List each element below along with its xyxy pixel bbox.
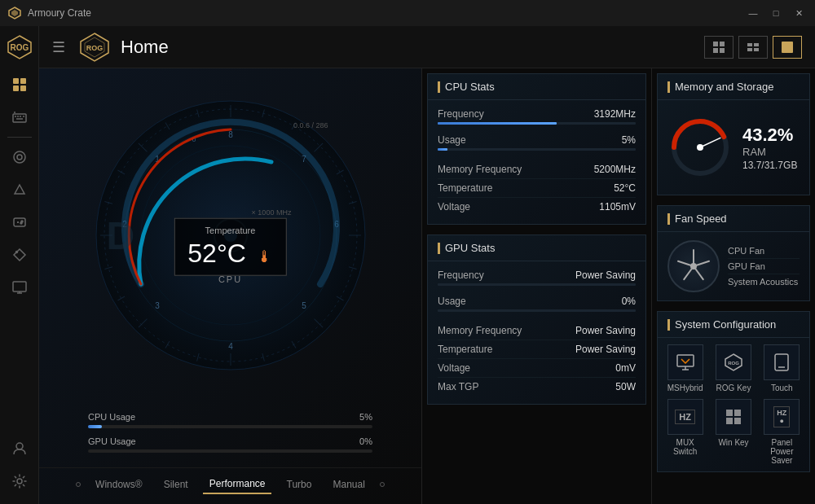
gpu-usage-bar (88, 449, 372, 453)
rog-key-icon: ROG (716, 344, 751, 380)
gpu-maxtgp-stat: Max TGP 50W (438, 378, 636, 396)
sidebar-item-monitor[interactable] (5, 273, 34, 302)
sidebar-item-home[interactable] (5, 70, 34, 99)
svg-rect-6 (13, 85, 19, 91)
cpu-usage-bar-fill (88, 425, 102, 428)
right-panel: CPU Stats Frequency 3192MHz (422, 68, 815, 504)
system-acoustics-item: System Acoustics (728, 274, 800, 289)
cpu-usage-stat-bar (438, 148, 636, 151)
svg-point-83 (697, 144, 703, 151)
svg-rect-17 (14, 218, 25, 226)
mode-performance-button[interactable]: Performance (203, 475, 272, 494)
sidebar-item-devices[interactable] (5, 142, 34, 172)
touch-item[interactable]: Touch (761, 344, 803, 392)
sidebar-item-tag[interactable] (5, 240, 34, 270)
gpu-usage-row: GPU Usage 0% (88, 436, 372, 453)
mode-silent-button[interactable]: Silent (157, 476, 195, 493)
mshybrid-item[interactable]: MSHybrid (664, 344, 706, 392)
fan-speed-card: Fan Speed (657, 205, 810, 301)
memory-storage-card: Memory and Storage (657, 73, 810, 195)
svg-point-27 (17, 479, 22, 484)
svg-text:3: 3 (155, 301, 160, 310)
cpu-temp-stat: Temperature 52°C (438, 179, 636, 198)
gpu-stats-card: GPU Stats Frequency Power Saving (427, 234, 646, 405)
gpu-usage-label: GPU Usage (88, 436, 136, 446)
svg-rect-33 (713, 48, 718, 53)
system-config-header: System Configuration (658, 312, 809, 338)
mode-windows-button[interactable]: Windows® (89, 476, 149, 493)
page-title: Home (121, 37, 704, 58)
sidebar-item-user[interactable] (5, 434, 34, 463)
svg-rect-97 (726, 410, 733, 416)
temperature-value: 52°C 🌡 (187, 239, 272, 269)
svg-rect-4 (13, 78, 19, 84)
svg-rect-32 (720, 42, 725, 46)
sidebar-bottom (5, 432, 34, 497)
svg-rect-39 (782, 42, 793, 53)
svg-rect-35 (747, 43, 752, 46)
sidebar-item-profile[interactable] (5, 175, 34, 204)
sidebar-item-gamepad[interactable] (5, 208, 34, 237)
mode-manual-button[interactable]: Manual (327, 476, 372, 493)
memory-indicator (667, 81, 670, 93)
ram-percent: 43.2% (742, 125, 800, 146)
gpu-stats-title: GPU Stats (445, 242, 495, 254)
menu-icon[interactable]: ☰ (52, 38, 65, 56)
cpu-usage-bar (88, 425, 372, 428)
svg-point-22 (15, 252, 17, 253)
sidebar-item-settings[interactable] (5, 467, 34, 496)
minimize-button[interactable]: — (745, 5, 761, 21)
memory-storage-header: Memory and Storage (658, 74, 809, 100)
win-key-item[interactable]: Win Key (712, 399, 754, 465)
mode-dot-left (76, 482, 81, 487)
ram-value: 13.7/31.7GB (742, 160, 800, 171)
fan-speed-body: CPU Fan GPU Fan System Acoustics (658, 232, 809, 300)
win-key-icon (716, 399, 751, 435)
rog-logo: ROG (5, 33, 34, 62)
cpu-voltage-stat: Voltage 1105mV (438, 198, 636, 216)
svg-rect-99 (726, 418, 733, 424)
cpu-usage-label: CPU Usage (88, 412, 135, 422)
svg-rect-38 (754, 48, 759, 51)
cpu-usage-stat-bar-fill (438, 148, 447, 151)
memory-storage-title: Memory and Storage (675, 81, 773, 93)
ram-gauge-svg (667, 115, 733, 180)
list-view-button[interactable] (738, 36, 768, 59)
grid-view-button[interactable] (704, 36, 734, 59)
fan-blade-svg (673, 246, 714, 287)
mux-switch-item[interactable]: HZ MUX Switch (664, 399, 706, 465)
maximize-button[interactable]: □ (768, 5, 784, 21)
stats-column: CPU Stats Frequency 3192MHz (422, 68, 652, 504)
close-button[interactable]: ✕ (791, 5, 807, 21)
mode-turbo-button[interactable]: Turbo (280, 476, 319, 493)
svg-point-89 (690, 263, 697, 270)
single-view-button[interactable] (773, 36, 802, 59)
panel-power-saver-label: Panel Power Saver (761, 438, 803, 465)
svg-rect-34 (720, 48, 725, 53)
ram-gauge-container: 43.2% RAM 13.7/31.7GB (667, 108, 800, 186)
svg-point-16 (17, 155, 22, 160)
window-controls: — □ ✕ (745, 5, 807, 21)
fan-speed-title: Fan Speed (675, 213, 727, 225)
svg-rect-90 (677, 355, 694, 366)
svg-rect-8 (13, 114, 26, 122)
svg-text:× 1000 MHz: × 1000 MHz (251, 208, 291, 217)
mode-dot-right (380, 482, 385, 487)
app-title: Armoury Crate (28, 7, 745, 19)
fan-container: CPU Fan GPU Fan System Acoustics (667, 240, 800, 292)
gpu-freq-bar (438, 283, 636, 286)
svg-marker-1 (11, 10, 18, 16)
gpu-stats-body: Frequency Power Saving Usage (428, 261, 645, 404)
mux-switch-label: MUX Switch (664, 438, 706, 456)
panel-power-saver-item[interactable]: HZ● Panel Power Saver (761, 399, 803, 465)
gpu-stats-header: GPU Stats (428, 235, 645, 261)
main-container: ROG (0, 26, 815, 504)
gpu-usage-stat-item: Usage 0% (438, 296, 636, 312)
gpu-temp-stat: Temperature Power Saving (438, 340, 636, 359)
content: ☰ ROG Home (39, 26, 815, 504)
sidebar-item-keyboard[interactable] (5, 103, 34, 132)
svg-text:4: 4 (228, 342, 233, 351)
rog-key-label: ROG Key (716, 383, 751, 392)
rog-key-item[interactable]: ROG ROG Key (712, 344, 754, 392)
fan-speed-header: Fan Speed (658, 206, 809, 232)
